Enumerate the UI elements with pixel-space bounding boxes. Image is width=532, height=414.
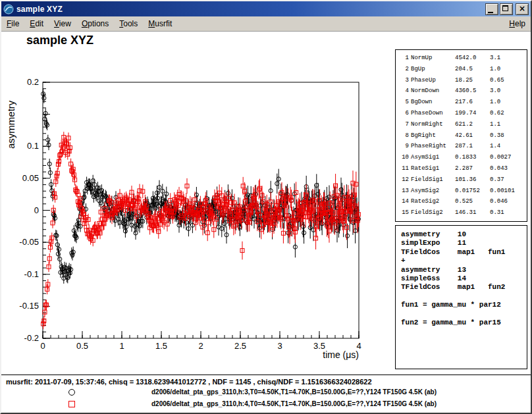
param-pval: 0.01752: [455, 186, 488, 197]
menubar-right: Help: [504, 16, 531, 31]
param-pname: BgDown: [411, 97, 453, 108]
plot-area[interactable]: 00.511.522.533.540.20.10.050-0.05-0.1-0.…: [1, 32, 380, 374]
menu-item-musrfit[interactable]: Musrfit: [143, 16, 177, 31]
param-perr: 1.0: [490, 97, 527, 108]
param-no: 6: [399, 108, 409, 119]
theory-line: TFieldCos map1 fun2: [401, 283, 527, 292]
menubar-left: FileEditViewOptionsToolsMusrfit: [1, 16, 177, 31]
svg-text:0.5: 0.5: [76, 341, 88, 351]
param-row: 11RateSig12.2870.043: [399, 163, 527, 174]
param-no: 3: [399, 75, 409, 86]
param-pname: AsymSig2: [411, 186, 453, 197]
param-perr: 0.37: [490, 174, 527, 186]
param-pval: 4542.0: [455, 53, 488, 64]
theory-line: fun1 = gamma_mu * par12: [401, 301, 527, 309]
svg-text:-0.05: -0.05: [19, 237, 39, 247]
minimize-button[interactable]: [485, 3, 498, 15]
svg-text:0: 0: [34, 205, 39, 215]
param-pval: 2.287: [455, 163, 488, 174]
svg-text:1.5: 1.5: [155, 341, 167, 351]
svg-text:-0.1: -0.1: [24, 269, 39, 279]
param-pname: RateSig1: [411, 163, 453, 174]
param-no: 7: [399, 119, 409, 130]
param-pval: 199.74: [455, 108, 488, 119]
param-perr: 0.65: [490, 75, 527, 86]
param-pname: PhaseUp: [411, 75, 453, 86]
menu-item-help[interactable]: Help: [504, 16, 531, 31]
param-pname: FieldSig2: [411, 207, 453, 219]
theory-line: asymmetry 13: [401, 266, 527, 274]
param-pval: 18.25: [455, 75, 488, 86]
param-perr: 0.38: [490, 130, 527, 142]
param-pval: 621.2: [455, 119, 488, 130]
param-row: 1NormUp4542.03.1: [399, 53, 527, 64]
app-icon: [3, 4, 14, 14]
param-pname: BgRight: [411, 130, 453, 142]
svg-text:-0.2: -0.2: [24, 333, 39, 343]
param-pval: 4360.5: [455, 86, 488, 97]
svg-text:1: 1: [119, 341, 124, 351]
param-pval: 146.31: [455, 207, 488, 219]
param-no: 4: [399, 86, 409, 97]
param-pval: 217.6: [455, 97, 488, 108]
close-icon: ×: [516, 4, 528, 14]
svg-text:2: 2: [198, 341, 203, 351]
svg-text:2.5: 2.5: [234, 341, 246, 351]
param-row: 3PhaseUp18.250.65: [399, 75, 527, 86]
param-pname: PhaseDown: [411, 108, 453, 119]
theory-line: [401, 310, 527, 319]
close-button[interactable]: ×: [516, 3, 529, 15]
minimize-icon: [488, 12, 493, 13]
param-no: 5: [399, 97, 409, 108]
param-row: 14RateSig20.5250.046: [399, 196, 527, 207]
menu-item-options[interactable]: Options: [76, 16, 114, 31]
root-canvas[interactable]: sample XYZ 00.511.522.533.540.20.10.050-…: [1, 32, 531, 413]
param-no: 1: [399, 53, 409, 64]
maximize-icon: [502, 5, 508, 11]
svg-text:0.1: 0.1: [27, 141, 39, 151]
param-no: 15: [399, 207, 409, 219]
menu-item-file[interactable]: File: [1, 16, 24, 31]
param-pval: 204.5: [455, 64, 488, 75]
param-no: 14: [399, 196, 409, 207]
param-no: 13: [399, 186, 409, 197]
param-perr: 0.046: [490, 196, 527, 207]
param-pname: PhaseRight: [411, 141, 453, 152]
param-row: 13AsymSig20.017520.00101: [399, 186, 527, 197]
maximize-button[interactable]: [500, 3, 513, 15]
param-row: 8BgRight42.610.38: [399, 130, 527, 142]
app-window: sample XYZ × FileEditViewOptionsToolsMus…: [0, 0, 532, 414]
legend-row: d2006/deltat_pta_gps_3110,h:4,T0=4.50K,T…: [1, 398, 531, 410]
legend-row: d2006/deltat_pta_gps_3110,h:3,T0=4.50K,T…: [1, 386, 531, 398]
param-perr: 1.4: [490, 141, 527, 152]
theory-line: simpleGss 14: [401, 274, 527, 283]
theory-box: asymmetry 10simplExpo 11TFieldCos map1 f…: [395, 225, 527, 369]
legend-marker-square: [68, 401, 75, 407]
menu-item-tools[interactable]: Tools: [114, 16, 143, 31]
menu-item-edit[interactable]: Edit: [24, 16, 49, 31]
param-perr: 1.0: [490, 64, 527, 75]
param-pname: RateSig2: [411, 196, 453, 207]
titlebar[interactable]: sample XYZ ×: [1, 1, 531, 16]
param-pval: 42.61: [455, 130, 488, 142]
param-perr: 3.1: [490, 53, 527, 64]
svg-text:0: 0: [40, 341, 45, 351]
param-row: 7NormRight621.21.1: [399, 119, 527, 130]
param-pname: NormUp: [411, 53, 453, 64]
param-pname: AsymSig1: [411, 152, 453, 163]
param-no: 2: [399, 64, 409, 75]
menubar: FileEditViewOptionsToolsMusrfit Help: [1, 16, 531, 32]
y-tick-labels: 0.20.10.050-0.05-0.1-0.15-0.2: [19, 77, 39, 343]
param-pval: 101.36: [455, 174, 488, 186]
y-axis-title: asymmetry: [5, 100, 16, 149]
param-pname: FieldSig1: [411, 174, 453, 186]
svg-text:-0.15: -0.15: [19, 301, 39, 311]
param-pname: NormDown: [411, 86, 453, 97]
menu-item-view[interactable]: View: [49, 16, 76, 31]
theory-line: +: [401, 257, 527, 265]
param-perr: 0.043: [490, 163, 527, 174]
theory-line: simplExpo 11: [401, 239, 527, 247]
window-controls: ×: [485, 3, 529, 15]
legend-label: d2006/deltat_pta_gps_3110,h:3,T0=4.50K,T…: [151, 388, 437, 396]
svg-text:0.05: 0.05: [22, 173, 39, 183]
